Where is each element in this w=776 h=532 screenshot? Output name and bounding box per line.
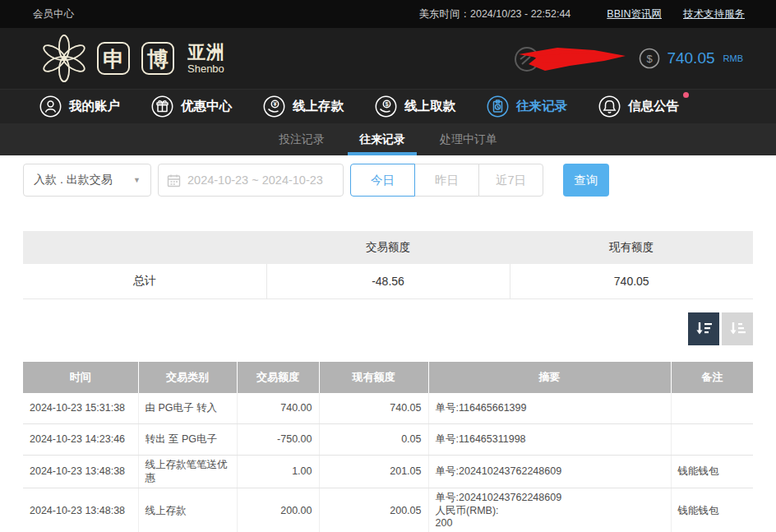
cell-time: 2024-10-23 15:31:38	[23, 393, 138, 424]
member-center-title: 会员中心	[33, 7, 74, 21]
records-header-row: 时间 交易类别 交易额度 现有额度 摘要 备注	[23, 362, 753, 393]
date-range-value: 2024-10-23 ~ 2024-10-23	[187, 173, 323, 187]
username-redacted	[512, 39, 627, 77]
col-balance: 现有额度	[319, 362, 428, 393]
last-7-days-button[interactable]: 近7日	[478, 164, 543, 197]
records-sub-navigation: 投注记录 往来记录 处理中订单	[0, 123, 776, 155]
select-value: 入款 . 出款交易	[34, 173, 113, 187]
main-content: 入款 . 出款交易 ▼ 2024-10-23 ~ 2024-10-23 今日 昨…	[0, 155, 776, 532]
table-row: 2024-10-23 15:31:38 由 PG电子 转入 740.00 740…	[23, 393, 753, 424]
logo-subtitle: Shenbo	[187, 63, 225, 74]
balance-display: $ 740.05 RMB	[639, 48, 743, 69]
sort-descending-icon	[694, 319, 714, 339]
today-button[interactable]: 今日	[350, 164, 415, 197]
tab-label: 投注记录	[279, 132, 325, 147]
sort-descending-button[interactable]	[688, 312, 719, 345]
table-row: 2024-10-23 14:23:46 转出 至 PG电子 -750.00 0.…	[23, 424, 753, 456]
logo-char-bo: 博	[141, 42, 174, 75]
logo-char-shen: 申	[97, 42, 130, 75]
tab-label: 处理中订单	[440, 132, 497, 147]
cell-time: 2024-10-23 13:48:38	[23, 488, 138, 532]
cell-amount: 1.00	[237, 456, 319, 488]
notification-badge	[683, 92, 689, 98]
cell-type: 转出 至 PG电子	[138, 424, 237, 456]
summary-header-transaction: 交易额度	[266, 231, 510, 264]
deposit-icon: ¥	[263, 95, 285, 118]
cell-balance: 740.05	[319, 393, 428, 424]
cell-summary: 单号:116465661399	[428, 393, 671, 424]
tab-label: 往来记录	[359, 132, 405, 147]
col-type: 交易类别	[138, 362, 237, 393]
cell-note	[671, 424, 753, 456]
nav-online-withdraw[interactable]: $ 线上取款	[375, 95, 455, 118]
nav-label: 线上存款	[293, 98, 344, 115]
quick-date-button-group: 今日 昨日 近7日	[350, 164, 543, 197]
nav-announcements[interactable]: 信息公告	[598, 95, 679, 118]
cell-note: 钱能钱包	[671, 456, 753, 488]
cell-time: 2024-10-23 13:48:38	[23, 456, 138, 488]
transaction-type-select[interactable]: 入款 . 出款交易 ▼	[23, 164, 151, 197]
tech-support-link[interactable]: 技术支持服务	[683, 7, 745, 21]
top-bar: 会员中心 美东时间：2024/10/23 - 22:52:44 BBIN资讯网 …	[0, 0, 776, 28]
summary-total-transaction: -48.56	[266, 264, 510, 298]
cell-note: 钱能钱包	[671, 488, 753, 532]
cell-balance: 0.05	[319, 424, 428, 456]
nav-online-deposit[interactable]: ¥ 线上存款	[263, 95, 344, 118]
filter-toolbar: 入款 . 出款交易 ▼ 2024-10-23 ~ 2024-10-23 今日 昨…	[23, 164, 753, 197]
shenbo-logo[interactable]: 申 博 亚洲 Shenbo	[39, 34, 225, 83]
col-amount: 交易额度	[237, 362, 319, 393]
records-icon	[487, 95, 509, 118]
cell-summary: 单号:202410243762248609 人民币(RMB): 200	[428, 488, 671, 532]
tab-processing-orders[interactable]: 处理中订单	[428, 123, 509, 155]
date-range-input[interactable]: 2024-10-23 ~ 2024-10-23	[158, 164, 344, 197]
cell-type: 由 PG电子 转入	[138, 393, 237, 424]
col-time: 时间	[23, 362, 138, 393]
svg-text:$: $	[647, 53, 654, 65]
cell-summary: 单号:202410243762248609	[428, 456, 671, 488]
eastern-time-label: 美东时间：2024/10/23 - 22:52:44	[418, 7, 570, 21]
summary-header-balance: 现有额度	[510, 231, 753, 264]
balance-amount: 740.05	[667, 49, 714, 67]
cell-balance: 201.05	[319, 456, 428, 488]
col-summary: 摘要	[428, 362, 671, 393]
cell-note	[671, 393, 753, 424]
sort-controls	[23, 312, 753, 345]
tab-betting-records[interactable]: 投注记录	[267, 123, 336, 155]
main-navigation: 我的账户 优惠中心 ¥ 线上存款 $ 线上取款	[0, 89, 776, 123]
site-header: 申 博 亚洲 Shenbo $ 740.05 RMB	[0, 28, 776, 89]
summary-header-empty	[23, 231, 266, 264]
yesterday-button[interactable]: 昨日	[414, 164, 479, 197]
logo-region-text: 亚洲	[187, 44, 225, 62]
cell-type: 线上存款笔笔送优惠	[138, 456, 237, 488]
bell-icon	[598, 95, 621, 118]
nav-transaction-records[interactable]: 往来记录	[487, 95, 567, 118]
bbin-news-link[interactable]: BBIN资讯网	[607, 7, 662, 21]
summary-total-label: 总计	[23, 264, 266, 298]
nav-promotions[interactable]: 优惠中心	[151, 95, 232, 118]
summary-total-balance: 740.05	[510, 264, 753, 298]
withdraw-icon: $	[375, 95, 397, 118]
table-row: 2024-10-23 13:48:38 线上存款 200.00 200.05 单…	[23, 488, 753, 532]
nav-label: 线上取款	[404, 98, 455, 115]
sort-ascending-icon	[728, 319, 747, 339]
nav-label: 优惠中心	[181, 98, 232, 115]
cell-time: 2024-10-23 14:23:46	[23, 424, 138, 456]
summary-table: 交易额度 现有额度 总计 -48.56 740.05	[23, 231, 753, 299]
transaction-records-table: 时间 交易类别 交易额度 现有额度 摘要 备注 2024-10-23 15:31…	[23, 362, 753, 532]
cell-balance: 200.05	[319, 488, 428, 532]
cell-summary: 单号:116465311998	[428, 424, 671, 456]
cell-amount: 740.00	[237, 393, 319, 424]
chevron-down-icon: ▼	[133, 176, 141, 184]
col-note: 备注	[671, 362, 753, 393]
cell-amount: 200.00	[237, 488, 319, 532]
balance-currency: RMB	[723, 53, 743, 63]
cell-type: 线上存款	[138, 488, 237, 532]
nav-label: 往来记录	[516, 98, 567, 115]
nav-my-account[interactable]: 我的账户	[39, 95, 120, 118]
sort-ascending-button[interactable]	[722, 312, 753, 345]
flower-logo-icon	[39, 34, 89, 83]
tab-transaction-records[interactable]: 往来记录	[348, 123, 417, 155]
search-button[interactable]: 查询	[563, 164, 609, 197]
nav-label: 信息公告	[628, 98, 679, 115]
summary-total-row: 总计 -48.56 740.05	[23, 264, 753, 298]
